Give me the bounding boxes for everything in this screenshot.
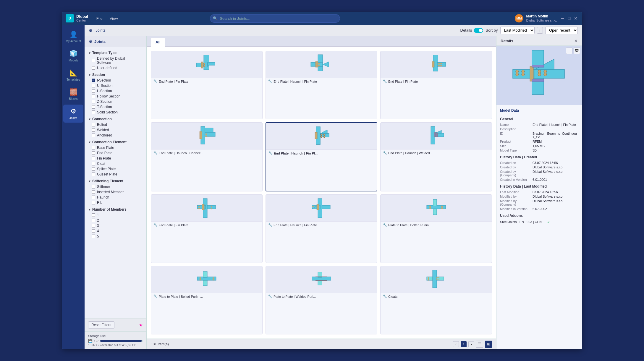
filter-section-section-header[interactable]: ▼ Section <box>85 72 146 78</box>
filter-checkbox-splice-plate[interactable] <box>92 167 95 171</box>
item-card-7[interactable]: 🔧 End Plate | Haunch | Fin Plate <box>266 194 377 263</box>
filter-section-number-of-members-header[interactable]: ▼ Number of Members <box>85 206 146 212</box>
item-card-1[interactable]: 🔧 End Plate | Haunch | Fin Plate <box>266 51 377 119</box>
page-2-button[interactable]: › <box>468 341 474 347</box>
search-input[interactable] <box>210 14 340 23</box>
filter-item-base-plate[interactable]: Base Plate <box>85 145 146 150</box>
filter-item-stiffener[interactable]: Stiffener <box>85 184 146 189</box>
item-card-3[interactable]: 🔧 End Plate | Haunch | Connec... <box>151 122 263 191</box>
filter-item-fin-plate[interactable]: Fin Plate <box>85 156 146 161</box>
filter-checkbox-i-section[interactable]: ✓ <box>92 79 95 82</box>
filter-item-welded[interactable]: Welded <box>85 127 146 133</box>
filter-item-gusset-plate[interactable]: Gusset Plate <box>85 172 146 177</box>
svg-point-56 <box>429 207 431 209</box>
filter-item-anchored[interactable]: Anchored <box>85 133 146 138</box>
filter-checkbox-t-section[interactable] <box>92 105 95 109</box>
grid-view-button[interactable]: ⊞ <box>485 341 492 348</box>
filter-item-end-plate[interactable]: End Plate <box>85 150 146 156</box>
list-view-button[interactable]: ☰ <box>476 341 483 348</box>
item-card-11[interactable]: 🔧 Cleats <box>380 266 492 334</box>
menu-file[interactable]: File <box>93 15 106 22</box>
sidebar-item-models[interactable]: 🧊 Models <box>63 47 83 65</box>
item-card-4[interactable]: 🔧 End Plate | Haunch | Fin Pl... <box>266 122 377 191</box>
filter-section-template-type-header[interactable]: ▼ Template Type <box>85 50 146 56</box>
filter-checkbox-bolted[interactable] <box>92 123 95 126</box>
filter-checkbox-members-3[interactable] <box>92 224 95 227</box>
filter-checkbox-members-4[interactable] <box>92 229 95 233</box>
filter-checkbox-user-defined[interactable] <box>92 66 95 70</box>
filter-checkbox-rib[interactable] <box>92 201 95 204</box>
sort-select[interactable]: Last Modified Name Size Date Created <box>500 27 535 34</box>
filter-item-members-2[interactable]: 2 <box>85 218 146 223</box>
filter-checkbox-end-plate[interactable] <box>92 151 95 155</box>
filter-item-z-section[interactable]: Z-Section <box>85 99 146 104</box>
item-card-6[interactable]: 🔧 End Plate | Fin Plate <box>151 194 263 263</box>
filter-checkbox-cleat[interactable] <box>92 162 95 165</box>
filter-checkbox-members-5[interactable] <box>92 235 95 238</box>
reset-filters-button[interactable]: Reset Filters <box>88 321 114 329</box>
item-label-8: 🔧 Plate to Plate | Bolted Purlin <box>381 221 492 228</box>
details-toggle-switch[interactable] <box>474 28 483 33</box>
filter-item-members-5[interactable]: 5 <box>85 234 146 239</box>
filter-checkbox-gusset-plate[interactable] <box>92 173 95 176</box>
sidebar-item-blocks[interactable]: 🧱 Blocks <box>63 85 83 103</box>
item-card-5[interactable]: 🔧 End Plate | Haunch | Welded ... <box>380 122 492 191</box>
filter-section-stiffening-element-header[interactable]: ▼ Stiffening Element <box>85 178 146 184</box>
filter-item-bolted[interactable]: Bolted <box>85 122 146 127</box>
prev-page-button[interactable]: ‹ <box>453 341 459 347</box>
filter-item-t-section[interactable]: T-Section <box>85 104 146 110</box>
filter-checkbox-inserted-member[interactable] <box>92 190 95 194</box>
open-recent-select[interactable]: Open recent <box>545 27 578 34</box>
filter-item-solid-section[interactable]: Solid Section <box>85 110 146 115</box>
filter-item-user-defined[interactable]: User-defined <box>85 65 146 71</box>
filter-checkbox-base-plate[interactable] <box>92 146 95 149</box>
filter-section-connection-header[interactable]: ▼ Connection <box>85 116 146 122</box>
preview-expand-button[interactable]: ⛶ <box>566 48 572 54</box>
filter-item-l-section[interactable]: L-Section <box>85 88 146 94</box>
filter-section-connection-element-header[interactable]: ▼ Connection Element <box>85 139 146 145</box>
filter-item-splice-plate[interactable]: Splice Plate <box>85 166 146 172</box>
menu-view[interactable]: View <box>106 15 122 22</box>
filter-checkbox-members-1[interactable] <box>92 213 95 217</box>
filter-checkbox-l-section[interactable] <box>92 89 95 93</box>
filter-item-rib[interactable]: Rib <box>85 200 146 205</box>
item-card-8[interactable]: 🔧 Plate to Plate | Bolted Purlin <box>380 194 492 263</box>
filter-checkbox-haunch[interactable] <box>92 196 95 199</box>
filter-checkbox-fin-plate[interactable] <box>92 157 95 160</box>
sidebar-item-templates[interactable]: 📐 Templates <box>63 66 83 84</box>
sort-direction-button[interactable]: ↑ <box>537 27 543 34</box>
filter-checkbox-stiffener[interactable] <box>92 185 95 188</box>
item-card-10[interactable]: 🔧 Plate to Plate | Welded Purl... <box>266 266 377 334</box>
filter-checkbox-anchored[interactable] <box>92 134 95 137</box>
filter-item-members-1[interactable]: 1 <box>85 212 146 218</box>
preview-download-button[interactable]: 🖼 <box>574 48 580 54</box>
filter-checkbox-hollow-section[interactable] <box>92 95 95 98</box>
filter-item-inserted-member[interactable]: Inserted Member <box>85 189 146 195</box>
sidebar-item-joints[interactable]: ⚙ Joints <box>63 105 83 123</box>
item-card-2[interactable]: 🔧 End Plate | Fin Plate <box>380 51 492 119</box>
filter-item-u-section[interactable]: U-Section <box>85 83 146 88</box>
filter-checkbox-z-section[interactable] <box>92 100 95 103</box>
item-card-9[interactable]: 🔧 Plate to Plate | Bolted Purlin ... <box>151 266 263 334</box>
filter-item-members-3[interactable]: 3 <box>85 223 146 228</box>
maximize-button[interactable]: □ <box>567 16 572 21</box>
filter-checkbox-solid-section[interactable] <box>92 110 95 114</box>
filter-item-hollow-section[interactable]: Hollow Section <box>85 94 146 99</box>
favorites-icon[interactable]: ★ <box>139 323 143 327</box>
filter-item-defined-by-dlubal[interactable]: Defined by Dlubal Software <box>85 56 146 65</box>
sidebar-item-my-account[interactable]: 👤 My Account <box>63 28 83 46</box>
filter-item-i-section[interactable]: ✓ I-Section <box>85 78 146 83</box>
filter-item-haunch[interactable]: Haunch <box>85 195 146 200</box>
minimize-button[interactable]: ─ <box>560 16 565 21</box>
page-1-button[interactable]: 1 <box>461 341 467 347</box>
filter-checkbox-u-section[interactable] <box>92 84 95 87</box>
filter-item-cleat[interactable]: Cleat <box>85 161 146 166</box>
details-close-button[interactable]: ✕ <box>574 38 578 43</box>
filter-checkbox-defined-by-dlubal[interactable] <box>92 59 95 62</box>
close-button[interactable]: ✕ <box>573 16 578 21</box>
filter-item-members-4[interactable]: 4 <box>85 228 146 234</box>
item-card-0[interactable]: 🔧 End Plate | Fin Plate <box>151 51 263 119</box>
filter-checkbox-members-2[interactable] <box>92 219 95 222</box>
tab-all[interactable]: All <box>151 38 165 47</box>
filter-checkbox-welded[interactable] <box>92 128 95 132</box>
